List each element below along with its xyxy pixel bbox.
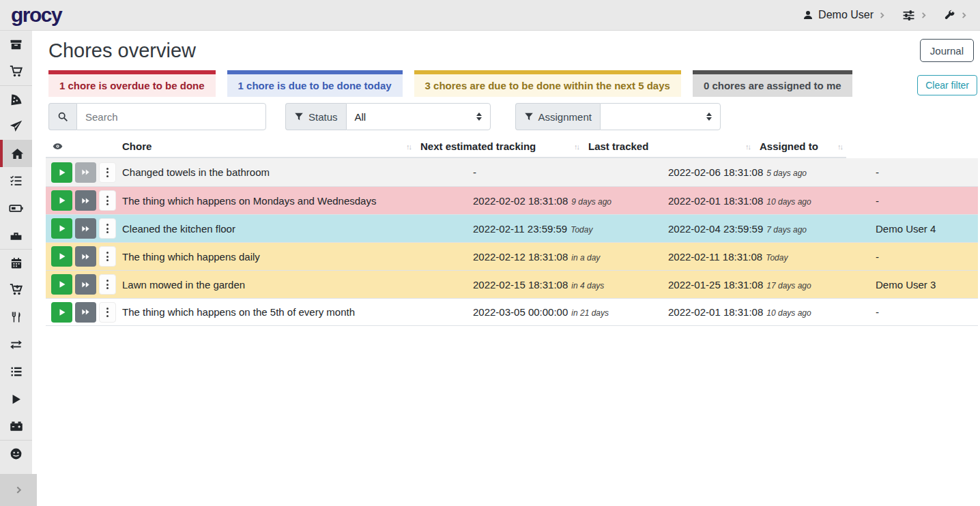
skip-chore-button[interactable] — [75, 218, 96, 239]
sidebar-item-user-settings[interactable] — [0, 440, 32, 467]
sidebar-collapse-toggle[interactable] — [0, 474, 37, 506]
chore-name: Lawn mowed in the garden — [122, 279, 473, 291]
calendar-icon — [10, 257, 23, 269]
skip-chore-button[interactable] — [75, 190, 96, 211]
row-menu-button[interactable] — [99, 274, 116, 295]
assignment-select[interactable] — [600, 103, 721, 130]
sidebar-item-chore-tracking[interactable] — [0, 385, 32, 413]
assigned-to-cell: - — [876, 251, 978, 263]
sidebar-item-battery-tracking[interactable] — [0, 413, 32, 440]
track-chore-button[interactable] — [51, 302, 72, 323]
status-select[interactable]: All — [346, 103, 491, 130]
column-visibility-header[interactable] — [46, 141, 122, 151]
page-title: Chores overview — [48, 38, 980, 63]
filters-row: Status All Assignment — [48, 103, 980, 130]
last-tracked-cell: 2022-02-06 18:31:085 days ago — [668, 166, 876, 178]
assigned-to-cell: - — [876, 306, 978, 318]
search-input[interactable] — [76, 103, 266, 130]
row-menu-button[interactable] — [99, 246, 116, 267]
track-chore-button[interactable] — [51, 218, 72, 239]
column-header-next-tracking[interactable]: Next estimated tracking ↑↓ — [415, 140, 583, 152]
row-actions — [46, 246, 122, 267]
paper-plane-icon — [10, 120, 23, 133]
chevron-right-icon — [878, 12, 886, 19]
smiley-icon — [10, 447, 23, 460]
eye-icon — [53, 141, 63, 151]
overdue-banner[interactable]: 1 chore is overdue to be done — [48, 70, 216, 97]
assignment-filter-group: Assignment — [515, 103, 721, 130]
skip-chore-button[interactable] — [75, 274, 96, 295]
fast-forward-icon — [81, 252, 90, 261]
row-menu-button[interactable] — [99, 218, 116, 239]
skip-chore-button[interactable] — [75, 246, 96, 267]
admin-menu[interactable] — [944, 10, 968, 21]
due-soon-banner[interactable]: 3 chores are due to be done within the n… — [414, 70, 681, 97]
sidebar-item-calendar[interactable] — [0, 249, 32, 276]
track-chore-button[interactable] — [51, 190, 72, 211]
assigned-to-me-banner[interactable]: 0 chores are assigned to me — [693, 70, 852, 97]
table-row: The thing which happens daily 2022-02-12… — [46, 242, 978, 270]
sidebar-item-stock[interactable] — [0, 31, 32, 58]
search-addon — [48, 103, 76, 130]
column-header-assigned-to[interactable]: Assigned to ↑↓ — [754, 140, 846, 152]
next-tracking-cell: - — [473, 166, 668, 178]
sidebar-item-consume[interactable] — [0, 303, 32, 331]
sidebar-item-batteries[interactable] — [0, 194, 32, 222]
clear-filter-button[interactable]: Clear filter — [917, 75, 977, 95]
sidebar-item-inventory[interactable] — [0, 358, 32, 385]
user-menu[interactable]: Demo User — [803, 9, 886, 21]
status-filter-group: Status All — [285, 103, 491, 130]
pizza-slice-icon — [10, 93, 23, 106]
sidebar-item-meal-plan[interactable] — [0, 113, 32, 140]
user-icon — [803, 10, 813, 20]
sidebar-item-transfer[interactable] — [0, 331, 32, 358]
wrench-icon — [944, 10, 955, 21]
status-banners: 1 chore is overdue to be done 1 chore is… — [48, 70, 978, 97]
last-tracked-cell: 2022-01-25 18:31:0817 days ago — [668, 279, 876, 291]
journal-button[interactable]: Journal — [920, 39, 974, 62]
utensils-icon — [10, 311, 23, 323]
ellipsis-v-icon — [106, 280, 109, 289]
assigned-to-cell: Demo User 4 — [876, 223, 978, 235]
sidebar-item-chores-overview[interactable] — [0, 140, 32, 167]
next-tracking-cell: 2022-02-15 18:31:08in 4 days — [473, 279, 668, 291]
sidebar-item-recipes[interactable] — [0, 85, 32, 113]
last-tracked-cell: 2022-02-01 18:31:0810 days ago — [668, 306, 876, 318]
sidebar-item-shopping-list[interactable] — [0, 58, 32, 85]
status-filter-addon: Status — [285, 103, 346, 130]
track-chore-button[interactable] — [51, 274, 72, 295]
ellipsis-v-icon — [106, 308, 109, 317]
row-menu-button[interactable] — [99, 302, 116, 323]
settings-menu[interactable] — [902, 9, 927, 22]
fast-forward-icon — [81, 224, 90, 233]
fast-forward-icon — [81, 280, 90, 289]
column-header-last-tracked[interactable]: Last tracked ↑↓ — [583, 140, 754, 152]
sidebar-item-equipment[interactable] — [0, 222, 32, 249]
assignment-filter-addon: Assignment — [515, 103, 600, 130]
sidebar-item-purchase[interactable] — [0, 276, 32, 303]
track-chore-button[interactable] — [51, 246, 72, 267]
table-row: Lawn mowed in the garden 2022-02-15 18:3… — [46, 270, 978, 298]
list-icon — [10, 366, 23, 378]
play-icon — [10, 393, 22, 405]
search-icon — [57, 111, 68, 122]
row-actions — [46, 190, 122, 211]
column-header-chore[interactable]: Chore ↑↓ — [122, 140, 415, 152]
row-menu-button[interactable] — [99, 190, 116, 211]
chevron-right-icon — [960, 12, 968, 19]
search-group — [48, 103, 266, 130]
due-today-banner[interactable]: 1 chore is due to be done today — [227, 70, 403, 97]
grocy-logo[interactable]: grocy — [11, 3, 61, 27]
next-tracking-cell: 2022-02-11 23:59:59Today — [473, 223, 668, 235]
skip-chore-button[interactable] — [75, 302, 96, 323]
funnel-icon — [524, 112, 534, 121]
skip-chore-button[interactable] — [75, 162, 96, 183]
chore-name: Cleaned the kitchen floor — [122, 223, 473, 235]
sidebar-item-tasks[interactable] — [0, 167, 32, 194]
assigned-to-cell: - — [876, 166, 978, 178]
table-row: The thing which happens on Mondays and W… — [46, 186, 978, 214]
row-menu-button[interactable] — [99, 162, 116, 183]
table-body: Changed towels in the bathroom - 2022-02… — [46, 158, 978, 326]
track-chore-button[interactable] — [51, 162, 72, 183]
exchange-arrows-icon — [10, 338, 23, 351]
